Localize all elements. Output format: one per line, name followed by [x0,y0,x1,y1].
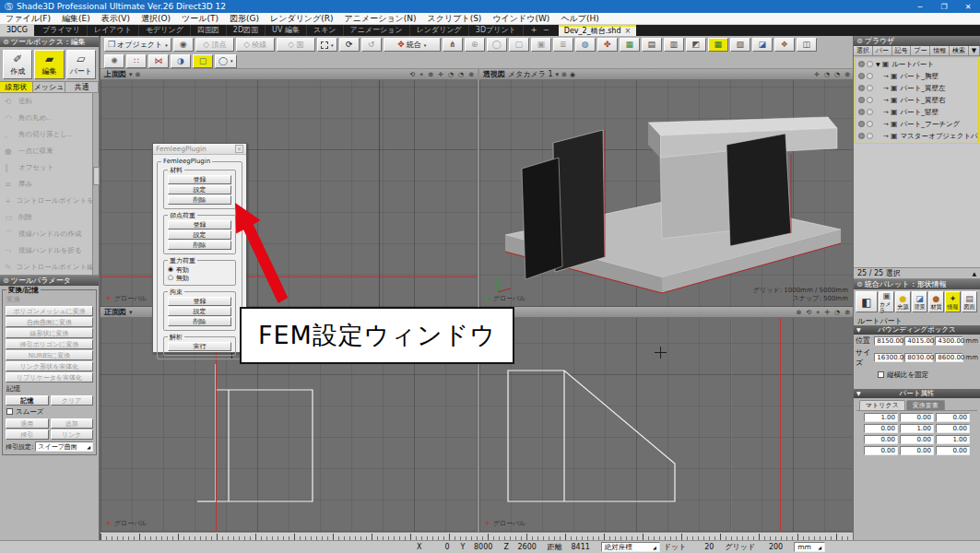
toolbar-disabled-button-3[interactable]: ▢ [509,38,529,52]
minimize-button[interactable]: ─ [908,3,932,11]
view-orbit-icon[interactable]: ◔ [834,309,840,316]
tool-edit-control-point[interactable]: ✎コントロールポイント編集 [0,259,99,276]
vertex-mode-button[interactable]: ◇頂点 [195,38,234,52]
convert-to-sweep-polygon-button[interactable]: 掃引ポリゴンに変換 [6,339,93,349]
sphere-button[interactable]: ◯▾ [215,54,237,68]
material-register-button[interactable]: 登録 [168,175,231,184]
tool-break-tangent-handle[interactable]: ¬接線ハンドルを折る [0,242,99,259]
visibility-icon[interactable] [858,73,865,79]
materialize-replicator-button[interactable]: リプリケータを実体化 [6,372,93,382]
visibility-icon[interactable] [858,97,865,103]
matrix-cell[interactable]: 0.00 [900,413,934,422]
render-flag-icon[interactable] [867,61,873,67]
frame-button[interactable]: ⋈ [148,54,169,68]
top-view-header[interactable]: 上面図 ▾ ⊗ ⟲ ⌖ ⊕ ✛ ◔ ◔ ⊕ [100,69,478,80]
tab-matrix[interactable]: マトリクス [859,400,905,410]
document-close-icon[interactable]: × [625,27,632,36]
toolbar-disabled-button-4[interactable]: ▣ [531,38,551,52]
tool-round-corner[interactable]: ◠角の丸め.. [0,110,99,126]
matrix-cell[interactable]: 1.00 [864,413,898,422]
edit-mode-button[interactable]: ▰編集 [34,50,64,79]
tab-line-shape[interactable]: 線形状 [0,82,33,92]
view-move-icon[interactable]: ✛ [814,71,820,78]
workspace-tab-2ddrawing[interactable]: 2D図面 [227,25,266,36]
matrix-cell[interactable]: 0.00 [864,435,898,444]
matrix-cell[interactable]: 1.00 [900,424,934,433]
aspect-lock-row[interactable]: 縦横比を固定 [854,369,980,382]
smooth-checkbox-row[interactable]: スムーズ [5,406,94,418]
tree-item-label[interactable]: パート_フーチング [900,120,960,129]
workspace-tab-primary[interactable]: プライマリ [36,25,88,36]
position-y-field[interactable]: 4015.00 [904,336,933,346]
toolbar-disabled-button-1[interactable]: ⊕ [465,38,485,52]
tree-row-part[interactable]: → ▣ パート_翼壁左 [856,82,978,94]
view-zoom-icon[interactable]: ⌖ [419,71,423,78]
browser-tab-search[interactable]: 検索 [950,46,969,55]
palette-tab-background[interactable]: ◪背景 [912,291,927,312]
browser-tab-symbol[interactable]: 記号 [892,46,912,55]
tool-add-control-point[interactable]: +コントロールポイントを追加 [0,193,99,209]
part-attributes-header[interactable]: ▼パート属性 [854,389,980,398]
unit-select[interactable]: mm◢ [794,542,825,552]
view-menu-caret[interactable]: ▾ [129,71,133,78]
rounded-shape-button[interactable]: ▢ [193,54,213,68]
shape-info-button[interactable]: ◧ [856,291,878,312]
browser-tab-select[interactable]: 選択 [854,46,873,55]
view-fit-icon[interactable]: ⊕ [844,309,850,316]
collapse-icon[interactable]: ▲ [972,270,976,276]
menu-select[interactable]: 選択(O) [136,13,176,25]
sweep-setting-select[interactable]: スイープ曲面◢ [35,441,93,452]
workspace-tab-skin[interactable]: スキン [307,25,344,36]
tree-item-label[interactable]: パート_翼壁右 [900,96,945,105]
size-x-field[interactable]: 16300.00 [874,353,903,362]
workspace-tab-modeling[interactable]: モデリング [139,25,191,36]
browser-tab-info[interactable]: 情報 [930,46,950,55]
render-flag-icon[interactable] [867,109,873,115]
target-icon[interactable]: ⊗ [796,309,801,316]
matrix-cell[interactable]: 0.00 [936,446,970,455]
render-flag-icon[interactable] [867,73,873,79]
workspace-tab-rendering[interactable]: レンダリング [410,25,469,36]
view-fit-icon[interactable]: ⊕ [844,71,850,78]
workspace-tab-3dprint[interactable]: 3Dプリント [469,25,524,36]
size-z-field[interactable]: 8600.00 [935,353,963,362]
tab-transform-elements[interactable]: 変換要素 [906,400,945,410]
menu-help[interactable]: ヘルプ(H) [555,13,604,25]
tree-row-part[interactable]: → ▣ パート_竪壁 [856,106,978,118]
render-flag-icon[interactable] [867,133,873,139]
tree-root-label[interactable]: ルートパート [891,60,934,69]
tab-common[interactable]: 共通 [65,82,99,92]
tool-converge-point[interactable]: ●一点に収束 [0,143,99,159]
camera-dot-icon[interactable]: ◉ [570,71,575,78]
toolbar-icon-button-9[interactable]: ❖ [774,38,795,52]
part-mode-button[interactable]: ▱パート [66,50,96,79]
tree-expand-caret[interactable]: ▼ [876,61,880,67]
transform-tool-button[interactable]: ↺ [361,38,382,52]
sweep-button[interactable]: 掃引 [6,429,49,440]
menu-rendering[interactable]: レンダリング(R) [265,13,339,25]
view-rotate-icon[interactable]: ⟲ [806,309,811,316]
toolbar-icon-button-3[interactable]: ▤ [642,38,662,52]
view-menu-caret[interactable]: ▾ [556,71,560,78]
side-viewport[interactable]: ✛グローバル [479,318,854,532]
tree-item-label[interactable]: パート_竪壁 [900,108,939,117]
constraint-delete-button[interactable]: 削除 [168,317,231,326]
coordinate-mode-select[interactable]: 絶対座標◢ [601,542,660,552]
tree-row-part[interactable]: → ▣ パート_フーチング [856,118,978,130]
tree-row-part[interactable]: → ▣ パート_翼壁右 [856,94,978,106]
tree-row-root[interactable]: ▼ ▣ ルートパート [856,58,978,70]
workspace-tab-3dcg[interactable]: 3DCG [0,25,34,36]
nodal-load-register-button[interactable]: 登録 [168,220,231,229]
toolbar-icon-button-5[interactable]: ◩ [686,38,706,52]
nodes-button[interactable]: ∷ [126,54,147,68]
view-rotate-icon[interactable]: ⟲ [409,71,415,78]
analysis-run-button[interactable]: 実行 [168,342,231,351]
tool-thickness[interactable]: ≡厚み [0,176,99,193]
palette-tab-light[interactable]: ●光源 [895,291,911,312]
menu-script[interactable]: スクリプト(S) [422,13,488,25]
view-orbit2-icon[interactable]: ◔ [458,71,464,78]
toolbar-icon-button-10[interactable]: ◫ [797,38,817,52]
target-icon[interactable]: ⊗ [136,71,141,78]
browser-tab-bool[interactable]: ブー [911,46,930,55]
marquee-select-button[interactable]: ▾ [317,38,337,52]
